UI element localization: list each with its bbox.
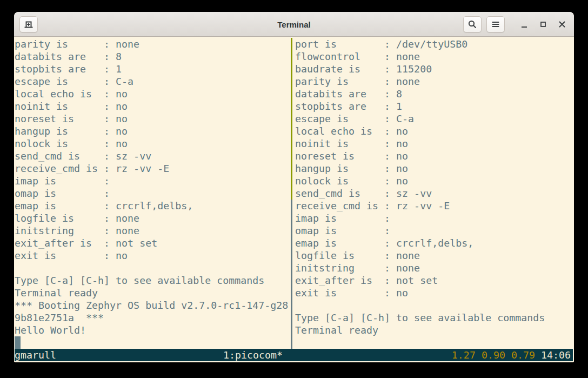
terminal-window: Terminal	[14, 12, 574, 362]
tmux-status-bar: gmarull 1:picocom* 1.27 0.90 0.79 14:06	[15, 349, 573, 361]
tmux-window-label[interactable]: 1:picocom*	[223, 349, 283, 361]
terminal-screen[interactable]: parity is : none databits are : 8 stopbi…	[14, 37, 574, 362]
pane-divider[interactable]	[291, 38, 292, 349]
menu-button[interactable]	[486, 16, 505, 32]
minimize-icon	[520, 19, 528, 30]
close-button[interactable]	[555, 16, 569, 32]
titlebar[interactable]: Terminal	[14, 12, 574, 37]
search-icon	[467, 19, 477, 29]
maximize-button[interactable]	[536, 16, 550, 32]
minimize-button[interactable]	[517, 16, 531, 32]
hamburger-menu-icon	[491, 19, 500, 29]
pane-divider-active-segment	[291, 38, 292, 200]
search-button[interactable]	[463, 16, 482, 32]
tab-new-icon	[24, 19, 34, 29]
terminal-cursor	[15, 336, 21, 349]
close-icon	[558, 21, 566, 28]
titlebar-controls	[463, 16, 569, 32]
maximize-icon	[539, 21, 547, 28]
pane-left-picocom[interactable]: parity is : none databits are : 8 stopbi…	[15, 38, 291, 336]
new-tab-button[interactable]	[19, 16, 38, 32]
pane-divider-inactive-segment	[291, 200, 292, 349]
tmux-status-right: 1.27 0.90 0.79 14:06	[452, 349, 571, 361]
load-average: 1.27 0.90 0.79	[452, 349, 535, 361]
clock: 14:06	[541, 349, 571, 361]
pane-right-picocom[interactable]: port is : /dev/ttyUSB0 flowcontrol : non…	[295, 38, 573, 336]
tmux-session-name: gmarull	[15, 349, 56, 361]
